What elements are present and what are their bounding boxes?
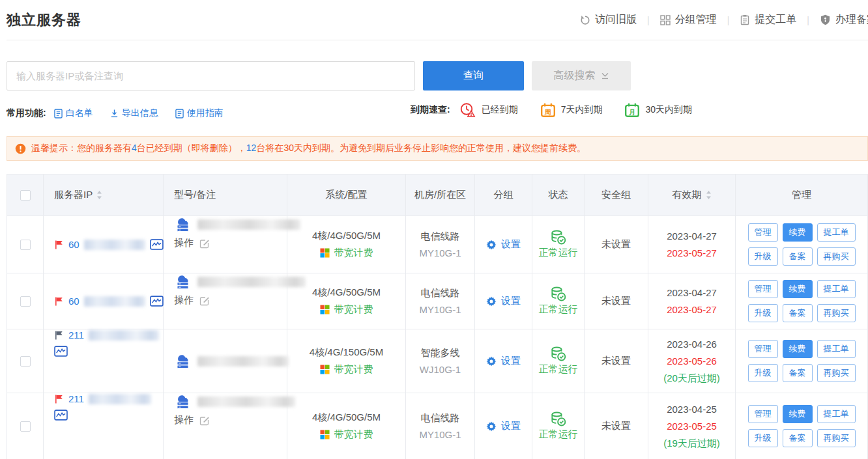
row-checkbox[interactable] — [20, 240, 31, 250]
billing-type: 带宽计费 — [334, 247, 373, 259]
server-ip[interactable]: 60 — [68, 296, 80, 307]
rebuy-button[interactable]: 再购买 — [817, 304, 856, 322]
filing-button[interactable]: 备案 — [783, 304, 813, 322]
redacted-remark — [197, 396, 295, 407]
edit-icon[interactable] — [199, 296, 210, 306]
user-guide-link[interactable]: 使用指南 — [175, 107, 224, 119]
renew-button[interactable]: 续费 — [783, 280, 813, 298]
select-all-checkbox[interactable] — [20, 190, 31, 201]
ticket-button[interactable]: 提工单 — [817, 340, 856, 358]
status-text: 正常运行 — [539, 303, 578, 316]
filing-button[interactable]: 备案 — [783, 429, 813, 447]
ticket-button[interactable]: 提工单 — [817, 405, 856, 423]
search-input[interactable] — [7, 61, 415, 90]
manage-button[interactable]: 管理 — [748, 340, 778, 358]
manage-button[interactable]: 管理 — [748, 280, 778, 298]
row-checkbox[interactable] — [20, 296, 31, 307]
billing-type: 带宽计费 — [334, 303, 373, 316]
renew-button[interactable]: 续费 — [783, 340, 813, 358]
server-ip-cell: 211 — [44, 393, 164, 459]
manage-button[interactable]: 管理 — [748, 223, 778, 242]
renew-button[interactable]: 续费 — [783, 223, 813, 242]
server-ip[interactable]: 60 — [68, 239, 80, 250]
header-validity[interactable]: 有效期 — [648, 174, 736, 216]
monitor-chart-icon[interactable] — [150, 239, 164, 250]
nav-submit-ticket[interactable]: 提交工单 — [740, 13, 796, 27]
renew-button[interactable]: 续费 — [783, 405, 813, 423]
database-check-icon — [550, 230, 566, 245]
table-row: 211 操作 4核/4G/50G/5M 带宽计费 — [7, 393, 867, 459]
query-button[interactable]: 查询 — [423, 61, 524, 90]
status-cell: 正常运行 — [532, 393, 585, 459]
security-group-cell: 未设置 — [585, 329, 648, 393]
ticket-button[interactable]: 提工单 — [817, 223, 856, 242]
datacenter-cell: 电信线路 MY10G-1 — [406, 216, 475, 273]
model-remark-cell — [164, 329, 287, 393]
flag-icon[interactable] — [54, 330, 64, 341]
filter-expired[interactable]: 已经到期 — [459, 102, 518, 118]
server-ip[interactable]: 211 — [68, 393, 84, 404]
header-datacenter: 机房/所在区 — [406, 174, 475, 216]
security-group-cell: 未设置 — [585, 393, 648, 459]
config-text: 4核/4G/150G/5M — [310, 346, 383, 359]
server-ip-cell: 60 — [44, 273, 164, 329]
row-checkbox[interactable] — [20, 421, 31, 432]
datacenter-code: MY10G-1 — [419, 304, 461, 315]
header-server-ip[interactable]: 服务器IP — [44, 174, 164, 216]
filing-button[interactable]: 备案 — [783, 364, 813, 382]
upgrade-button[interactable]: 升级 — [748, 364, 778, 382]
nav-legacy-version[interactable]: 访问旧版 — [580, 13, 637, 27]
nav-divider: | — [807, 15, 809, 25]
monitor-chart-icon[interactable] — [150, 296, 164, 307]
edit-icon[interactable] — [199, 415, 210, 426]
row-checkbox[interactable] — [20, 356, 31, 367]
group-settings-link[interactable]: 设置 — [486, 420, 521, 432]
filter-expiring-30-days[interactable]: 月 30天内到期 — [624, 102, 692, 118]
flag-icon[interactable] — [54, 296, 64, 307]
status-text: 正常运行 — [539, 428, 578, 441]
group-settings-link[interactable]: 设置 — [486, 295, 521, 307]
validity-cell: 2023-04-26 2023-05-26 (20天后过期) — [648, 329, 736, 393]
nav-filing[interactable]: 办理备案 — [820, 13, 868, 27]
rebuy-button[interactable]: 再购买 — [817, 429, 856, 447]
rebuy-button[interactable]: 再购买 — [817, 247, 856, 266]
server-ip-cell: 211 — [44, 329, 164, 393]
model-remark-cell: 操作 — [164, 273, 287, 329]
redacted-ip — [89, 330, 159, 341]
manage-button[interactable]: 管理 — [748, 405, 778, 423]
advanced-search-button[interactable]: 高级搜索 — [532, 61, 631, 90]
edit-icon[interactable] — [199, 238, 210, 249]
flag-icon[interactable] — [54, 394, 64, 404]
export-info-link[interactable]: 导出信息 — [110, 107, 158, 119]
nav-group-management[interactable]: 分组管理 — [660, 13, 717, 27]
status-cell: 正常运行 — [532, 216, 585, 273]
server-ip[interactable]: 211 — [68, 329, 84, 341]
calendar-week-icon: 周 — [540, 102, 556, 118]
line-type: 智能多线 — [421, 347, 460, 359]
cloud-server-icon — [174, 353, 192, 369]
monitor-chart-icon[interactable] — [54, 410, 68, 421]
sort-icon[interactable] — [96, 191, 102, 199]
start-date: 2023-04-27 — [667, 285, 717, 301]
gear-icon — [486, 421, 497, 432]
datacenter-code: WJ10G-1 — [420, 364, 461, 375]
server-ip-cell: 60 — [44, 216, 164, 273]
dedicated-server-page: 独立服务器 访问旧版 | 分组管理 | 提交工单 | 办理备案 — [0, 0, 868, 459]
filter-expiring-7-days[interactable]: 周 7天内到期 — [540, 102, 603, 118]
monitor-chart-icon[interactable] — [54, 346, 68, 357]
datacenter-code: MY10G-1 — [419, 247, 461, 258]
upgrade-button[interactable]: 升级 — [748, 429, 778, 447]
datacenter-code: MY10G-1 — [419, 429, 461, 440]
upgrade-button[interactable]: 升级 — [748, 304, 778, 322]
group-settings-link[interactable]: 设置 — [486, 238, 521, 251]
sort-icon[interactable] — [706, 191, 712, 199]
ticket-button[interactable]: 提工单 — [817, 280, 856, 298]
upgrade-button[interactable]: 升级 — [748, 247, 778, 266]
group-settings-link[interactable]: 设置 — [486, 355, 521, 367]
whitelist-link[interactable]: 白名单 — [54, 107, 93, 119]
manage-cell: 管理 续费 提工单 升级 备案 再购买 — [736, 216, 867, 273]
filing-button[interactable]: 备案 — [783, 247, 813, 266]
rebuy-button[interactable]: 再购买 — [817, 364, 856, 382]
flag-icon[interactable] — [54, 240, 64, 250]
expired-count: 4 — [132, 143, 137, 153]
